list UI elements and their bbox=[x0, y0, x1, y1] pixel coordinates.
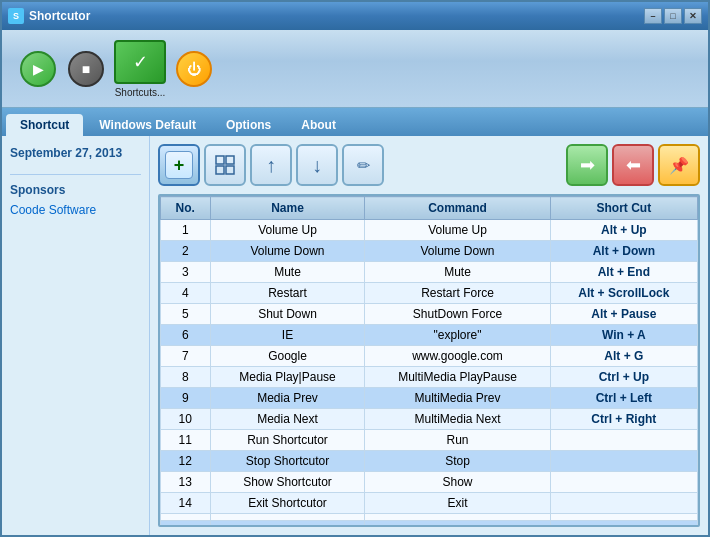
cell-shortcut: Alt + Up bbox=[550, 220, 697, 241]
cell-name: Media Play|Pause bbox=[210, 367, 365, 388]
cell-command bbox=[365, 514, 550, 521]
sidebar-date: September 27, 2013 bbox=[10, 146, 141, 160]
cell-name: IE bbox=[210, 325, 365, 346]
coode-software-link[interactable]: Coode Software bbox=[10, 203, 96, 217]
table-row[interactable]: 12Stop ShortcutorStop bbox=[161, 451, 698, 472]
cell-shortcut bbox=[550, 493, 697, 514]
table-row[interactable]: 4RestartRestart ForceAlt + ScrollLock bbox=[161, 283, 698, 304]
cell-name: Restart bbox=[210, 283, 365, 304]
cell-shortcut: Alt + G bbox=[550, 346, 697, 367]
cell-shortcut bbox=[550, 514, 697, 521]
cell-no: 4 bbox=[161, 283, 211, 304]
cell-name: Media Next bbox=[210, 409, 365, 430]
power-button[interactable]: ⏻ bbox=[170, 40, 218, 98]
cell-no: 10 bbox=[161, 409, 211, 430]
cell-no: 3 bbox=[161, 262, 211, 283]
cell-no bbox=[161, 521, 211, 528]
export-button[interactable]: ➡ bbox=[566, 144, 608, 186]
cell-command: Volume Up bbox=[365, 220, 550, 241]
table-row[interactable]: 10Media NextMultiMedia NextCtrl + Right bbox=[161, 409, 698, 430]
cell-no: 5 bbox=[161, 304, 211, 325]
tab-shortcut[interactable]: Shortcut bbox=[6, 114, 83, 136]
cell-name: Media Prev bbox=[210, 388, 365, 409]
cell-name: Shut Down bbox=[210, 304, 365, 325]
svg-rect-0 bbox=[216, 156, 224, 164]
edit-icon: ✏ bbox=[357, 156, 370, 175]
table-row[interactable]: 14Exit ShortcutorExit bbox=[161, 493, 698, 514]
cell-no: 2 bbox=[161, 241, 211, 262]
title-bar: S Shortcutor – □ ✕ bbox=[2, 2, 708, 30]
play-button[interactable]: ▶ bbox=[14, 40, 62, 98]
export-icon: ➡ bbox=[580, 154, 595, 176]
cell-no: 8 bbox=[161, 367, 211, 388]
table-row[interactable]: 8Media Play|PauseMultiMedia PlayPauseCtr… bbox=[161, 367, 698, 388]
move-up-button[interactable]: ↑ bbox=[250, 144, 292, 186]
sponsors-title: Sponsors bbox=[10, 183, 141, 197]
cell-shortcut: Win + A bbox=[550, 325, 697, 346]
main-content: September 27, 2013 Sponsors Coode Softwa… bbox=[2, 136, 708, 535]
app-icon: S bbox=[8, 8, 24, 24]
shortcuts-table-container[interactable]: No. Name Command Short Cut 1Volume UpVol… bbox=[158, 194, 700, 527]
table-row[interactable]: 6IE"explore"Win + A bbox=[161, 325, 698, 346]
right-panel: + ↑ ↓ ✏ bbox=[150, 136, 708, 535]
cell-no: 12 bbox=[161, 451, 211, 472]
down-arrow-icon: ↓ bbox=[312, 154, 322, 177]
cell-no: 13 bbox=[161, 472, 211, 493]
cell-command: ShutDown Force bbox=[365, 304, 550, 325]
tab-about[interactable]: About bbox=[287, 114, 350, 136]
cell-command: Stop bbox=[365, 451, 550, 472]
up-arrow-icon: ↑ bbox=[266, 154, 276, 177]
shortcuts-table: No. Name Command Short Cut 1Volume UpVol… bbox=[160, 196, 698, 527]
cell-no: 9 bbox=[161, 388, 211, 409]
cell-name: Volume Down bbox=[210, 241, 365, 262]
edit-button[interactable]: ✏ bbox=[342, 144, 384, 186]
cell-shortcut: Alt + End bbox=[550, 262, 697, 283]
table-row[interactable]: 7Googlewww.google.comAlt + G bbox=[161, 346, 698, 367]
cell-name bbox=[210, 521, 365, 528]
cell-command: Mute bbox=[365, 262, 550, 283]
add-button[interactable]: + bbox=[158, 144, 200, 186]
cell-shortcut bbox=[550, 521, 697, 528]
toolbar: ▶ ■ ✓ Shortcuts... ⏻ bbox=[2, 30, 708, 108]
cell-no: 1 bbox=[161, 220, 211, 241]
cell-no: 6 bbox=[161, 325, 211, 346]
shortcuts-icon: ✓ bbox=[114, 40, 166, 84]
cell-name: Stop Shortcutor bbox=[210, 451, 365, 472]
close-button[interactable]: ✕ bbox=[684, 8, 702, 24]
table-row[interactable]: 13Show ShortcutorShow bbox=[161, 472, 698, 493]
col-name: Name bbox=[210, 197, 365, 220]
play-icon: ▶ bbox=[20, 51, 56, 87]
move-down-button[interactable]: ↓ bbox=[296, 144, 338, 186]
table-row[interactable] bbox=[161, 514, 698, 521]
pin-icon: 📌 bbox=[669, 156, 689, 175]
svg-rect-2 bbox=[216, 166, 224, 174]
tab-windows-default[interactable]: Windows Default bbox=[85, 114, 210, 136]
cell-command: Restart Force bbox=[365, 283, 550, 304]
pin-button[interactable]: 📌 bbox=[658, 144, 700, 186]
table-row[interactable]: 11Run ShortcutorRun bbox=[161, 430, 698, 451]
table-row[interactable]: 1Volume UpVolume UpAlt + Up bbox=[161, 220, 698, 241]
restore-button[interactable]: □ bbox=[664, 8, 682, 24]
cell-name: Show Shortcutor bbox=[210, 472, 365, 493]
action-toolbar: + ↑ ↓ ✏ bbox=[158, 144, 700, 186]
nav-tabs: Shortcut Windows Default Options About bbox=[2, 108, 708, 136]
window-controls: – □ ✕ bbox=[644, 8, 702, 24]
grid-icon bbox=[215, 155, 235, 175]
cell-name: Volume Up bbox=[210, 220, 365, 241]
table-row[interactable]: 5Shut DownShutDown ForceAlt + Pause bbox=[161, 304, 698, 325]
cell-name: Mute bbox=[210, 262, 365, 283]
cell-no: 11 bbox=[161, 430, 211, 451]
col-command: Command bbox=[365, 197, 550, 220]
shortcuts-button[interactable]: ✓ Shortcuts... bbox=[110, 40, 170, 98]
import-button[interactable]: ⬅ bbox=[612, 144, 654, 186]
table-row[interactable]: 9Media PrevMultiMedia PrevCtrl + Left bbox=[161, 388, 698, 409]
cell-command: Run bbox=[365, 430, 550, 451]
grid-button[interactable] bbox=[204, 144, 246, 186]
table-row[interactable]: 3MuteMuteAlt + End bbox=[161, 262, 698, 283]
cell-command: www.google.com bbox=[365, 346, 550, 367]
table-row[interactable] bbox=[161, 521, 698, 528]
minimize-button[interactable]: – bbox=[644, 8, 662, 24]
table-row[interactable]: 2Volume DownVolume DownAlt + Down bbox=[161, 241, 698, 262]
stop-button[interactable]: ■ bbox=[62, 40, 110, 98]
tab-options[interactable]: Options bbox=[212, 114, 285, 136]
